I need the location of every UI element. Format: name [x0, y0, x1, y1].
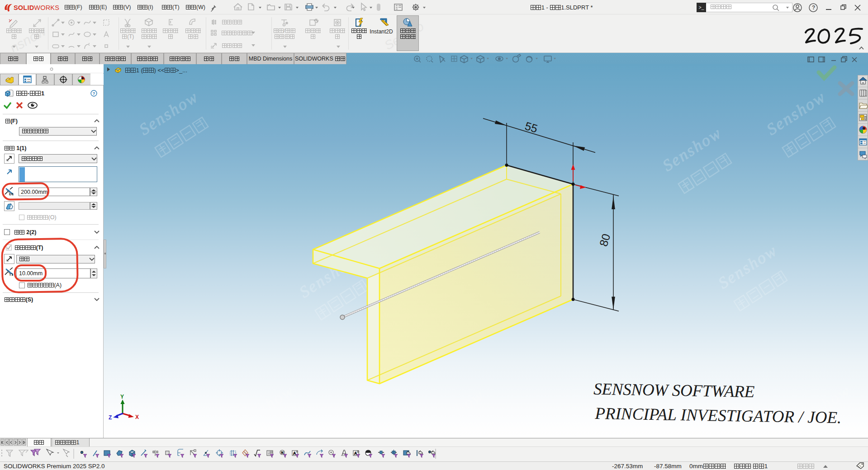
svg-text:N: N: [281, 451, 284, 454]
svg-text:T1: T1: [9, 273, 14, 277]
svg-text:Z: Z: [109, 414, 112, 421]
svg-text:D1: D1: [9, 192, 14, 196]
svg-text:?: ?: [93, 91, 95, 96]
svg-text:SOLIDWORKS: SOLIDWORKS: [14, 4, 59, 11]
svg-text:X: X: [135, 414, 139, 420]
svg-text:?: ?: [812, 5, 815, 11]
svg-text:A: A: [354, 451, 357, 456]
svg-text:SENSNOW SOFTWARE: SENSNOW SOFTWARE: [593, 380, 756, 401]
svg-text:A: A: [293, 451, 296, 456]
svg-text:Y: Y: [120, 394, 124, 400]
